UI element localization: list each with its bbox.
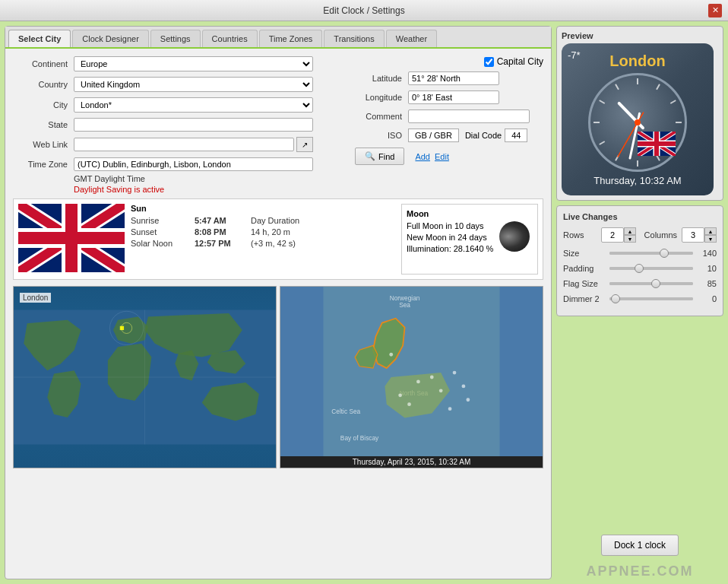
clock-preview: -7* London <box>562 43 714 195</box>
weblink-row: Web Link ↗ <box>13 137 347 152</box>
sunset-label: Sunset <box>131 227 191 236</box>
tab-settings[interactable]: Settings <box>150 30 201 47</box>
comment-label: Comment <box>355 112 408 121</box>
world-map: London <box>13 286 277 468</box>
timezone-label: Time Zone <box>13 160 74 169</box>
weblink-label: Web Link <box>13 140 74 149</box>
state-label: State <box>13 120 74 129</box>
tab-select-city[interactable]: Select City <box>8 30 71 47</box>
columns-input[interactable] <box>682 227 704 243</box>
gmt-daylight-text: GMT Daylight Time <box>74 174 347 183</box>
flag-size-slider[interactable] <box>609 282 693 285</box>
svg-point-14 <box>416 380 420 384</box>
dimmer-slider[interactable] <box>609 297 693 300</box>
two-column-layout: Continent Europe Country United Kingdom … <box>13 56 543 194</box>
longitude-row: Longitude <box>355 90 543 104</box>
rows-spinner: ▲ ▼ <box>601 227 636 243</box>
rows-label: Rows <box>563 230 597 240</box>
padding-label: Padding <box>563 264 605 273</box>
clock-city-name: London <box>609 52 665 70</box>
tab-time-zones[interactable]: Time Zones <box>259 30 323 47</box>
longitude-input[interactable] <box>408 90 499 104</box>
dock-clock-button[interactable]: Dock 1 clock <box>601 535 679 556</box>
columns-up-button[interactable]: ▲ <box>704 227 717 235</box>
illumination-text: Illumination: 28.1640 % <box>407 244 493 253</box>
clock-ticks <box>588 73 687 172</box>
gmt-info: GMT Daylight Time Daylight Saving is act… <box>13 174 347 194</box>
map-timestamp: Thursday, April 23, 2015, 10:32 AM <box>280 456 543 468</box>
latitude-input[interactable] <box>408 71 499 85</box>
longitude-label: Longitude <box>355 93 408 102</box>
map-city-label: London <box>20 293 51 303</box>
detail-map: Norwegian Sea North Sea Celtic Sea Bay o… <box>280 286 543 468</box>
state-input[interactable] <box>74 118 313 132</box>
country-label: Country <box>13 80 74 89</box>
svg-text:Sea: Sea <box>399 301 410 309</box>
find-button[interactable]: 🔍 Find <box>355 148 404 165</box>
continent-label: Continent <box>13 59 74 68</box>
svg-point-18 <box>462 385 466 389</box>
title-bar: Edit Clock / Settings ✕ <box>0 0 728 21</box>
solar-noon-label: Solar Noon <box>131 239 191 248</box>
live-changes-title: Live Changes <box>563 212 717 221</box>
left-column: Continent Europe Country United Kingdom … <box>13 56 347 194</box>
close-button[interactable]: ✕ <box>708 4 722 17</box>
sunrise-label: Sunrise <box>131 216 191 225</box>
tab-transitions[interactable]: Transitions <box>324 30 384 47</box>
capital-city-checkbox[interactable] <box>484 57 494 67</box>
svg-point-13 <box>389 353 393 357</box>
svg-point-16 <box>439 389 443 392</box>
rows-down-button[interactable]: ▼ <box>624 235 636 243</box>
sun-info: Sun Sunrise 5:47 AM Day Duration Sunset … <box>131 204 395 275</box>
city-select[interactable]: London* <box>74 97 313 113</box>
tab-weather[interactable]: Weather <box>386 30 437 47</box>
tab-clock-designer[interactable]: Clock Designer <box>72 30 149 47</box>
iso-row: ISO GB / GBR Dial Code 44 <box>355 129 543 142</box>
padding-slider[interactable] <box>609 267 693 270</box>
live-changes-box: Live Changes Rows ▲ ▼ Columns ▲ ▼ <box>556 205 723 316</box>
edit-link-button[interactable]: Edit <box>435 152 449 161</box>
rows-input[interactable] <box>601 227 624 243</box>
flag-size-slider-container: 85 <box>609 279 717 288</box>
columns-down-button[interactable]: ▼ <box>704 235 717 243</box>
svg-line-28 <box>657 155 660 160</box>
columns-label: Columns <box>641 230 677 240</box>
sunrise-row: Sunrise 5:47 AM Day Duration <box>131 216 395 225</box>
size-slider[interactable] <box>609 252 693 255</box>
columns-spinner: ▲ ▼ <box>682 227 717 243</box>
country-row: Country United Kingdom <box>13 77 347 92</box>
svg-point-20 <box>448 407 452 411</box>
comment-input[interactable] <box>408 110 530 123</box>
timezone-input[interactable] <box>74 157 313 171</box>
columns-spinner-buttons: ▲ ▼ <box>704 227 717 243</box>
dock-button-container: Dock 1 clock <box>556 535 723 556</box>
padding-slider-container: 10 <box>609 264 717 273</box>
add-link-button[interactable]: Add <box>415 152 430 161</box>
svg-point-19 <box>466 398 470 402</box>
tab-countries[interactable]: Countries <box>202 30 258 47</box>
right-panel: Preview -7* London <box>556 26 723 579</box>
svg-text:Bay of Biscay: Bay of Biscay <box>340 434 379 442</box>
preview-title: Preview <box>562 31 718 40</box>
dial-code-value: 44 <box>505 129 527 142</box>
rows-columns-row: Rows ▲ ▼ Columns ▲ ▼ <box>563 227 717 243</box>
sun-moon-section: Sun Sunrise 5:47 AM Day Duration Sunset … <box>13 198 543 280</box>
svg-point-22 <box>398 393 402 397</box>
latitude-row: Latitude <box>355 71 543 85</box>
uk-flag <box>18 204 125 272</box>
rows-up-button[interactable]: ▲ <box>624 227 636 235</box>
continent-select[interactable]: Europe <box>74 56 313 71</box>
comment-row: Comment <box>355 110 543 123</box>
weblink-input[interactable] <box>74 138 294 151</box>
size-value: 140 <box>698 249 717 258</box>
clock-offset: -7* <box>568 49 581 61</box>
watermark: APPNEE.COM <box>556 563 723 579</box>
open-url-button[interactable]: ↗ <box>296 137 313 152</box>
dimmer-label: Dimmer 2 <box>563 294 605 303</box>
country-select[interactable]: United Kingdom <box>74 77 313 92</box>
world-map-svg <box>14 287 276 468</box>
solar-noon-value: 12:57 PM <box>195 239 248 248</box>
moon-title: Moon <box>407 209 533 218</box>
padding-row: Padding 10 <box>563 264 717 273</box>
sunrise-value: 5:47 AM <box>195 216 248 225</box>
